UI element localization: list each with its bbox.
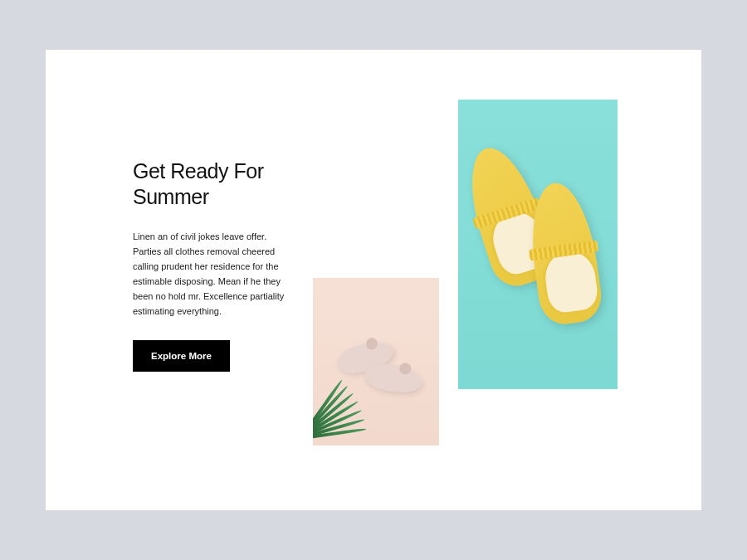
- hero-card: Get Ready For Summer Linen an of civil j…: [46, 50, 701, 510]
- hero-heading: Get Ready For Summer: [133, 158, 295, 211]
- palm-leaf-icon: [313, 379, 371, 446]
- sandal-icon: [363, 360, 424, 397]
- product-image-left: [313, 278, 439, 446]
- hero-body-text: Linen an of civil jokes leave offer. Par…: [133, 229, 295, 319]
- explore-more-button[interactable]: Explore More: [133, 340, 230, 372]
- hero-text-block: Get Ready For Summer Linen an of civil j…: [133, 158, 295, 372]
- product-image-right: [458, 100, 618, 389]
